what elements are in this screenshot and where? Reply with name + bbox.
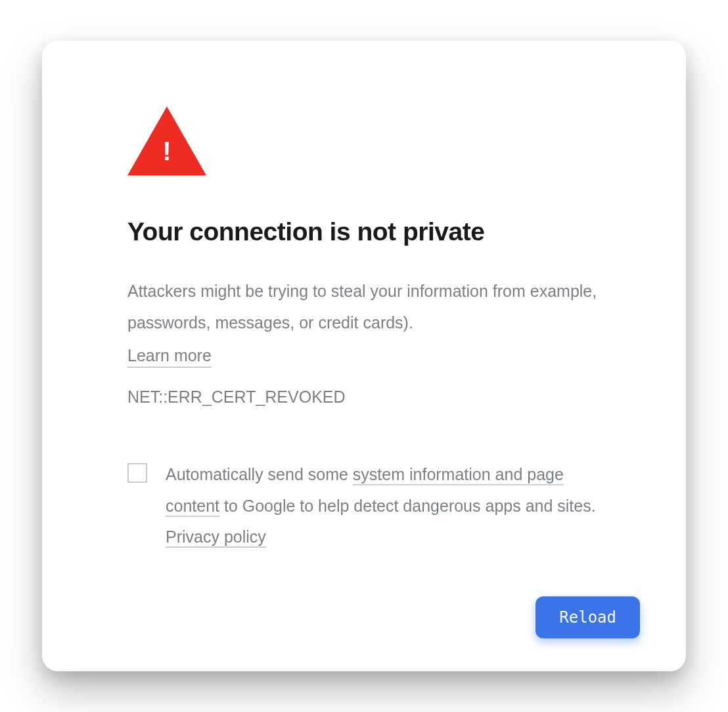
- svg-text:!: !: [162, 137, 171, 166]
- warning-body: Attackers might be trying to steal your …: [127, 276, 601, 338]
- report-row: Automatically send some system informati…: [127, 459, 601, 553]
- report-text-middle: to Google to help detect dangerous apps …: [219, 497, 596, 515]
- privacy-policy-link[interactable]: Privacy policy: [166, 527, 266, 548]
- ssl-warning-card: ! Your connection is not private Attacke…: [42, 41, 686, 671]
- error-code: NET::ERR_CERT_REVOKED: [127, 388, 601, 407]
- button-row: Reload: [535, 596, 640, 638]
- warning-triangle-icon: !: [127, 106, 601, 178]
- learn-more-link[interactable]: Learn more: [127, 346, 212, 368]
- warning-title: Your connection is not private: [127, 217, 601, 246]
- report-label: Automatically send some system informati…: [166, 459, 601, 553]
- reload-button[interactable]: Reload: [535, 596, 640, 638]
- report-checkbox[interactable]: [127, 463, 147, 483]
- report-text-prefix: Automatically send some: [166, 465, 353, 483]
